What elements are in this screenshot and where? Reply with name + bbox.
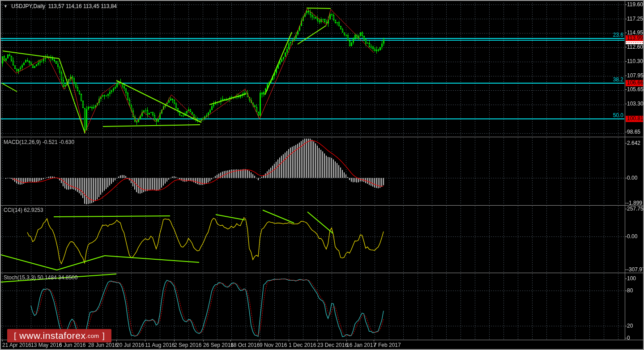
date-label: 6 Jun 2016 bbox=[59, 342, 85, 348]
symbol-timeframe: USDJPY,Daily bbox=[11, 3, 45, 9]
date-label: 16 Jan 2017 bbox=[346, 342, 376, 348]
price-tick: 107.95 bbox=[627, 73, 644, 79]
cci-tick: 0.00 bbox=[627, 234, 637, 240]
date-label: 9 Nov 2016 bbox=[260, 342, 287, 348]
date-label: 23 Dec 2016 bbox=[317, 342, 348, 348]
date-label: 13 May 2016 bbox=[31, 342, 62, 348]
chart-title: ▼ USDJPY,Daily 113,57 114,16 113,45 113,… bbox=[4, 4, 117, 9]
cci-tick: -307.9713 bbox=[627, 267, 644, 273]
cci-label: CCI(14) 62.9253 bbox=[4, 207, 43, 213]
cci-tick: 257.7586 bbox=[627, 206, 644, 212]
price-tick: 117.25 bbox=[627, 16, 643, 22]
price-tick: 105.65 bbox=[627, 87, 644, 93]
price-tick: 98.65 bbox=[627, 129, 640, 135]
fib-level-label: 50.0 bbox=[610, 113, 623, 118]
watermark-bracket-right: ] bbox=[102, 331, 105, 341]
date-label: 2 Sep 2016 bbox=[174, 342, 201, 348]
watermark-text: www.instaforex bbox=[19, 330, 85, 341]
fib-level-label: 23.6 bbox=[610, 32, 623, 38]
stoch-tick: 0 bbox=[627, 335, 630, 341]
chart-canvas[interactable] bbox=[1, 1, 644, 350]
date-label: 21 Apr 2016 bbox=[2, 342, 31, 348]
price-level-highlight: 100.81 bbox=[626, 116, 644, 122]
date-label: 1 Dec 2016 bbox=[289, 342, 316, 348]
date-label: 28 Jun 2016 bbox=[88, 342, 118, 348]
bid-price-marker bbox=[626, 41, 644, 44]
stoch-tick: 100 bbox=[627, 276, 636, 282]
date-label: 20 Jul 2016 bbox=[116, 342, 144, 348]
price-tick: 103.30 bbox=[627, 101, 644, 107]
macd-tick: 0.00 bbox=[627, 175, 637, 181]
price-level-highlight: 106.66 bbox=[626, 80, 644, 86]
date-label: 26 Sep 2016 bbox=[203, 342, 234, 348]
price-tick: 112.60 bbox=[627, 44, 643, 50]
macd-tick: 2.642 bbox=[627, 140, 640, 146]
date-label: 11 Aug 2016 bbox=[145, 342, 175, 348]
stoch-tick: 80 bbox=[627, 288, 633, 294]
price-tick: 110.30 bbox=[627, 59, 643, 64]
fib-level-label: 38.2 bbox=[610, 77, 623, 82]
date-label: 18 Oct 2016 bbox=[230, 342, 260, 348]
chart-window: ▼ USDJPY,Daily 113,57 114,16 113,45 113,… bbox=[0, 0, 644, 350]
stoch-label: Stoch(15,3,3) 50.1484 34.8500 bbox=[4, 275, 77, 281]
instaforex-watermark: [ www.instaforex .com ] bbox=[7, 329, 111, 342]
date-label: 7 Feb 2017 bbox=[374, 342, 401, 348]
stoch-tick: 20 bbox=[627, 323, 633, 329]
price-level-highlight: 113.99 bbox=[626, 35, 644, 42]
watermark-domain: .com bbox=[86, 333, 99, 339]
price-tick: 119.60 bbox=[627, 2, 643, 8]
ohlc-values: 113,57 114,16 113,45 113,84 bbox=[48, 3, 117, 9]
macd-label: MACD(12,26,9) -0.521 -0.630 bbox=[4, 139, 74, 145]
watermark-bracket-left: [ bbox=[14, 331, 16, 341]
symbol-dropdown-icon: ▼ bbox=[4, 4, 8, 9]
